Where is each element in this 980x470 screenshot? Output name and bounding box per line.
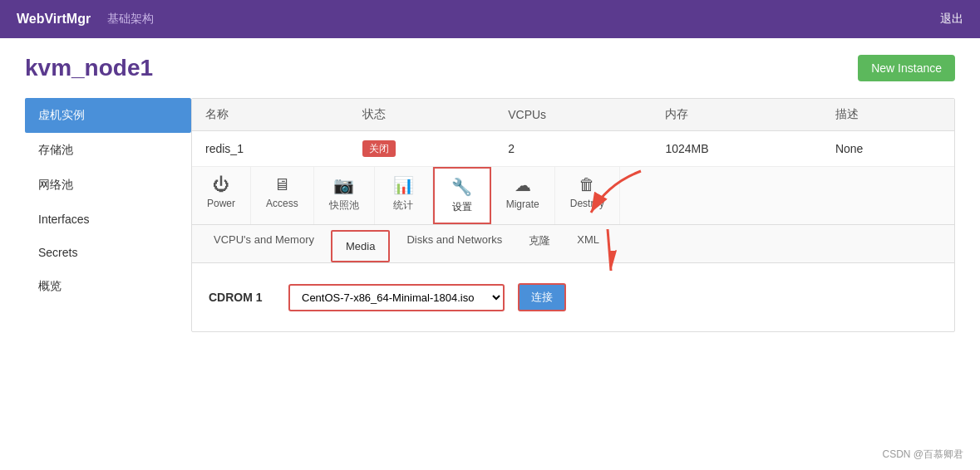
col-desc: 描述 [822,99,954,131]
access-icon: 🖥 [273,175,290,194]
access-label: Access [266,198,298,209]
destroy-button[interactable]: 🗑 Destroy [555,167,620,224]
power-label: Power [207,198,235,209]
sidebar: 虚机实例 存储池 网络池 Interfaces Secrets 概览 [25,98,191,332]
stats-icon: 📊 [393,175,414,195]
destroy-icon: 🗑 [579,175,595,194]
power-icon: ⏻ [213,175,229,194]
status-badge: 关闭 [362,140,396,157]
sub-tabs: VCPU's and Memory Media Disks and Networ… [192,225,954,263]
top-nav: WebVirtMgr 基础架构 退出 [0,0,980,38]
vm-memory: 1024MB [652,131,821,167]
infra-link[interactable]: 基础架构 [107,12,154,27]
cdrom-label: CDROM 1 [209,291,275,304]
logout-link[interactable]: 退出 [940,12,963,27]
sidebar-item-network-pool[interactable]: 网络池 [25,168,191,203]
stats-label: 统计 [393,198,413,213]
settings-icon: 🔧 [451,177,472,197]
tab-vcpu-memory[interactable]: VCPU's and Memory [200,225,327,262]
sub-tabs-area: VCPU's and Memory Media Disks and Networ… [192,225,954,263]
power-button[interactable]: ⏻ Power [192,167,251,224]
vm-name: redis_1 [192,131,349,167]
sidebar-item-storage-pool[interactable]: 存储池 [25,133,191,168]
new-instance-button[interactable]: New Instance [858,55,955,81]
sidebar-item-interfaces[interactable]: Interfaces [25,203,191,236]
table-row: redis_1 关闭 2 1024MB None [192,131,954,167]
vm-desc: None [822,131,954,167]
vm-vcpus: 2 [495,131,652,167]
brand-logo: WebVirtMgr [17,12,91,27]
cdrom-select[interactable]: CentOS-7-x86_64-Minimal-1804.iso ubuntu-… [288,284,505,311]
main-container: kvm_node1 New Instance 虚机实例 存储池 网络池 Inte… [0,38,980,349]
migrate-label: Migrate [506,198,539,210]
col-memory: 内存 [652,99,821,131]
snapshot-button[interactable]: 📷 快照池 [314,167,375,224]
col-status: 状态 [349,99,495,131]
connect-button[interactable]: 连接 [518,283,566,311]
sidebar-item-overview[interactable]: 概览 [25,269,191,304]
sidebar-item-vm-instances[interactable]: 虚机实例 [25,98,191,133]
tab-disks-networks[interactable]: Disks and Networks [393,225,515,262]
stats-button[interactable]: 📊 统计 [375,167,433,224]
tab-media[interactable]: Media [331,230,390,262]
migrate-icon: ☁ [515,175,531,195]
snapshot-label: 快照池 [329,198,359,213]
tab-clone[interactable]: 克隆 [515,225,564,262]
col-name: 名称 [192,99,349,131]
destroy-label: Destroy [570,198,604,209]
migrate-button[interactable]: ☁ Migrate [491,167,555,224]
page-title-row: kvm_node1 New Instance [25,55,955,81]
settings-button[interactable]: 🔧 设置 [433,167,491,224]
settings-label: 设置 [452,200,472,214]
col-vcpus: VCPUs [495,99,652,131]
action-area: ⏻ Power 🖥 Access 📷 快照池 📊 统计 [192,167,954,225]
action-toolbar: ⏻ Power 🖥 Access 📷 快照池 📊 统计 [192,167,954,225]
tab-xml[interactable]: XML [564,225,613,262]
main-panel: 名称 状态 VCPUs 内存 描述 redis_1 关闭 2 1024MB No… [191,98,955,332]
content-area: 虚机实例 存储池 网络池 Interfaces Secrets 概览 名称 状态… [25,98,955,332]
page-title: kvm_node1 [25,55,153,81]
cdrom-area: CDROM 1 CentOS-7-x86_64-Minimal-1804.iso… [192,263,954,331]
sidebar-item-secrets[interactable]: Secrets [25,236,191,269]
vm-table: 名称 状态 VCPUs 内存 描述 redis_1 关闭 2 1024MB No… [192,99,954,167]
access-button[interactable]: 🖥 Access [251,167,314,224]
snapshot-icon: 📷 [333,175,354,195]
vm-status: 关闭 [349,131,495,167]
